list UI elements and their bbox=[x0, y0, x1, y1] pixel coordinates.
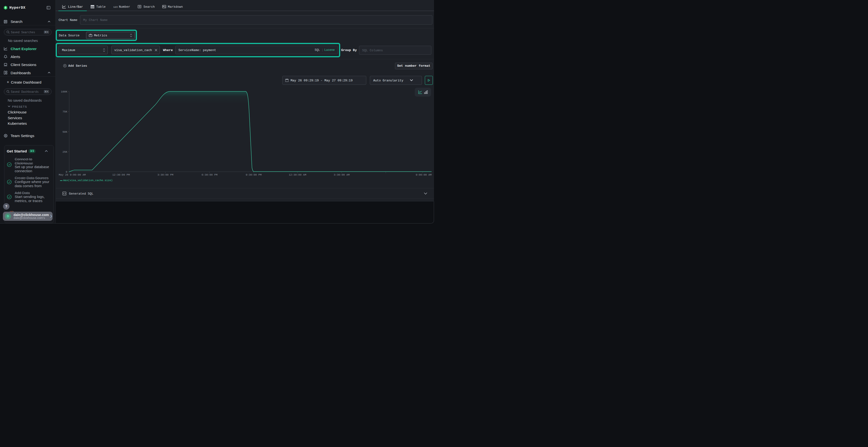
svg-text:25K: 25K bbox=[62, 150, 67, 153]
svg-text:50K: 50K bbox=[62, 131, 67, 133]
svg-text:12:30:00 AM: 12:30:00 AM bbox=[289, 173, 306, 176]
svg-text:9:00:00 AM: 9:00:00 AM bbox=[416, 173, 432, 176]
svg-text:9:30:00 PM: 9:30:00 PM bbox=[246, 173, 261, 176]
svg-text:100K: 100K bbox=[61, 90, 67, 93]
svg-text:0: 0 bbox=[66, 171, 67, 173]
svg-text:3:30:00 PM: 3:30:00 PM bbox=[157, 173, 173, 176]
svg-text:3:30:00 AM: 3:30:00 AM bbox=[334, 173, 350, 176]
svg-text:6:30:00 PM: 6:30:00 PM bbox=[202, 173, 217, 176]
svg-text:12:30:00 PM: 12:30:00 PM bbox=[112, 173, 130, 176]
svg-text:May 26 9:00:00 AM: May 26 9:00:00 AM bbox=[59, 173, 86, 176]
svg-text:75K: 75K bbox=[62, 110, 67, 113]
